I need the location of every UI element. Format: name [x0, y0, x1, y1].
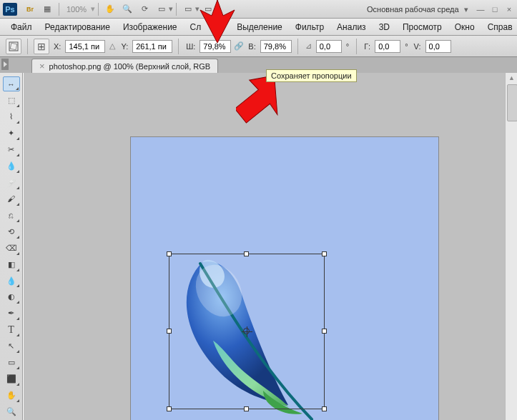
handle-bottom-left[interactable]: [167, 406, 172, 411]
reference-point-icon[interactable]: ⊞: [34, 39, 49, 54]
options-bar: ⊞ X: △ Y: Ш: 🔗 В: ⊿ ° Г: ° V:: [0, 36, 517, 57]
close-icon[interactable]: ×: [504, 4, 514, 14]
shape-icon: ▭: [8, 358, 15, 367]
crop-icon: ✂: [8, 145, 14, 154]
transform-tool-icon[interactable]: [6, 39, 21, 54]
separator: [176, 3, 177, 16]
height-input[interactable]: [260, 40, 292, 53]
eraser-icon: ⌫: [6, 244, 17, 253]
dropdown-icon: ▾: [464, 5, 468, 14]
blur-tool[interactable]: 💧: [3, 274, 20, 289]
history-brush-icon: ⟲: [8, 227, 14, 236]
eyedropper-tool[interactable]: 💧: [3, 159, 20, 174]
handle-top-left[interactable]: [167, 251, 172, 256]
menu-help[interactable]: Справ: [481, 19, 517, 36]
tools-panel: ↔ ⬚ ⌇ ✦ ✂ 💧 🩹 🖌 ⎌ ⟲ ⌫ ◧ 💧 ◐ ✒ T ↖ ▭ ⬛ ✋ …: [0, 73, 23, 420]
marquee-icon: ⬚: [8, 96, 15, 105]
maximize-icon[interactable]: □: [490, 4, 500, 14]
skew-v-input[interactable]: [425, 40, 451, 53]
zoom-level[interactable]: 100%: [62, 5, 91, 14]
separator: [59, 3, 59, 16]
dodge-tool[interactable]: ◐: [3, 289, 20, 304]
zoom-tool[interactable]: 🔍: [3, 404, 20, 419]
y-input[interactable]: [132, 40, 172, 53]
handle-bottom-middle[interactable]: [244, 406, 249, 411]
handle-top-right[interactable]: [322, 251, 327, 256]
transform-bounding-box[interactable]: [169, 254, 325, 409]
skew-v-label: V:: [413, 42, 423, 51]
title-bar: Ps Br ▦ 100% ▾ ✋ 🔍 ⟳ ▭ ▾ ▭ ▾ ▭ ▾ Основна…: [0, 0, 517, 19]
svg-marker-3: [200, 0, 235, 43]
menu-bar: Файл Редактирование Изображение Сл Выдел…: [0, 19, 517, 36]
y-label: Y:: [119, 42, 129, 51]
close-tab-icon[interactable]: ×: [39, 61, 45, 71]
document-tab[interactable]: × photoshop.png @ 100% (Верхний слой, RG…: [31, 59, 218, 73]
menu-view[interactable]: Просмотр: [396, 19, 448, 36]
angle-input[interactable]: [316, 40, 342, 53]
menu-file[interactable]: Файл: [4, 19, 39, 36]
stamp-tool[interactable]: ⎌: [3, 208, 20, 223]
type-tool[interactable]: T: [3, 322, 20, 337]
minimize-icon[interactable]: —: [476, 4, 486, 14]
document-title: photoshop.png @ 100% (Верхний слой, RGB: [49, 62, 211, 71]
separator: [27, 39, 28, 54]
dodge-icon: ◐: [8, 292, 15, 301]
screen-mode-icon[interactable]: ▭: [154, 2, 169, 16]
dropdown-icon[interactable]: ▾: [91, 4, 95, 14]
skew-h-input[interactable]: [375, 40, 400, 53]
eraser-tool[interactable]: ⌫: [3, 241, 20, 256]
marquee-tool[interactable]: ⬚: [3, 93, 20, 108]
hand-tool-icon[interactable]: ✋: [102, 2, 118, 16]
separator: [356, 39, 357, 54]
3d-tool[interactable]: ⬛: [3, 371, 20, 386]
gradient-tool[interactable]: ◧: [3, 257, 20, 272]
heal-tool[interactable]: 🩹: [3, 175, 20, 190]
document-tab-bar: × photoshop.png @ 100% (Верхний слой, RG…: [0, 57, 517, 73]
height-label: В:: [247, 42, 257, 51]
heal-icon: 🩹: [6, 178, 16, 187]
vertical-scrollbar[interactable]: [505, 73, 517, 420]
menu-analysis[interactable]: Анализ: [330, 19, 373, 36]
bridge-icon[interactable]: Br: [22, 2, 38, 16]
handle-bottom-right[interactable]: [322, 406, 327, 411]
wand-icon: ✦: [8, 129, 14, 138]
menu-3d[interactable]: 3D: [373, 19, 396, 36]
pen-tool[interactable]: ✒: [3, 306, 20, 321]
menu-filter[interactable]: Фильтр: [289, 19, 330, 36]
panel-collapse-icon[interactable]: [1, 59, 9, 70]
menu-select[interactable]: Выделение: [230, 19, 289, 36]
separator: [98, 3, 99, 16]
crop-tool[interactable]: ✂: [3, 142, 20, 157]
menu-edit[interactable]: Редактирование: [39, 19, 117, 36]
wand-tool[interactable]: ✦: [3, 126, 20, 141]
brush-tool[interactable]: 🖌: [3, 191, 20, 206]
move-tool[interactable]: ↔: [3, 76, 20, 91]
canvas-area[interactable]: [23, 73, 517, 420]
shape-tool[interactable]: ▭: [3, 355, 20, 370]
rotate-view-icon[interactable]: ⟳: [137, 2, 152, 16]
angle-icon: ⊿: [304, 41, 313, 51]
path-icon: ↖: [8, 341, 14, 351]
hand-tool[interactable]: ✋: [3, 388, 20, 403]
lasso-icon: ⌇: [9, 112, 13, 121]
relative-icon[interactable]: △: [108, 41, 117, 51]
menu-image[interactable]: Изображение: [117, 19, 184, 36]
blur-icon: 💧: [6, 276, 16, 286]
history-brush-tool[interactable]: ⟲: [3, 224, 20, 239]
mini-bridge-icon[interactable]: ▦: [39, 2, 55, 16]
gradient-icon: ◧: [8, 260, 15, 269]
hand-icon: ✋: [6, 391, 16, 400]
separator: [297, 39, 298, 54]
handle-top-middle[interactable]: [244, 251, 249, 256]
reference-point-handle[interactable]: [243, 328, 250, 334]
workspace-switcher[interactable]: Основная рабочая среда ▾: [363, 4, 473, 14]
zoom-tool-icon[interactable]: 🔍: [119, 2, 135, 16]
lasso-tool[interactable]: ⌇: [3, 109, 20, 124]
handle-middle-right[interactable]: [322, 329, 327, 334]
arrange-docs-icon[interactable]: ▭: [180, 2, 196, 16]
handle-middle-left[interactable]: [167, 329, 172, 334]
path-tool[interactable]: ↖: [3, 339, 20, 354]
x-input[interactable]: [65, 40, 105, 53]
menu-window[interactable]: Окно: [448, 19, 481, 36]
dropdown-icon[interactable]: ▾: [169, 4, 173, 14]
